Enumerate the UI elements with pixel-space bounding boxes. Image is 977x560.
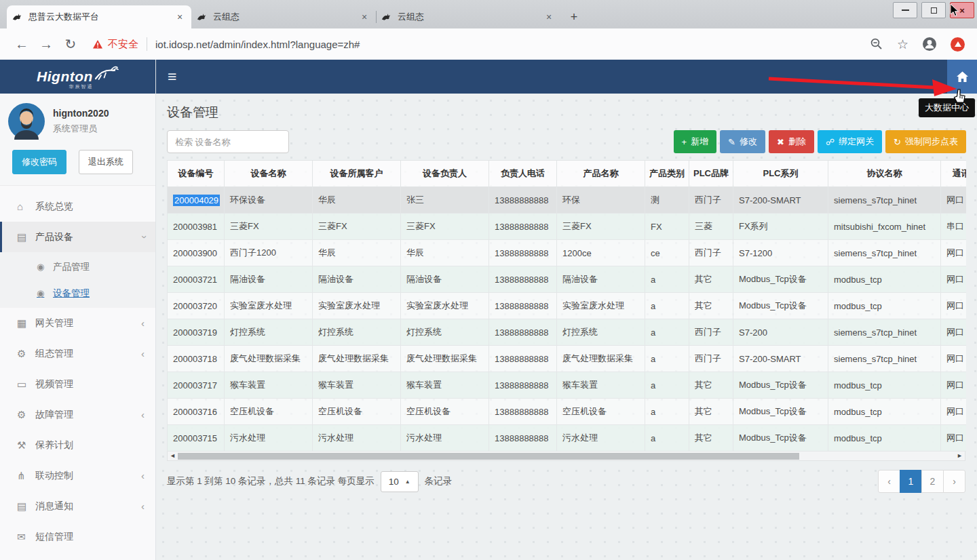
security-chip[interactable]: 不安全 xyxy=(92,38,138,51)
table-row[interactable]: 200003720实验室废水处理实验室废水处理实验室废水处理1388888888… xyxy=(168,293,967,319)
table-cell: 三菱 xyxy=(689,214,733,240)
scrollbar-thumb[interactable] xyxy=(178,453,799,460)
sidebar-item[interactable]: ▤消息通知‹ xyxy=(0,491,155,521)
scroll-left-icon[interactable]: ◄ xyxy=(168,453,178,459)
button-label: 修改 xyxy=(740,136,757,148)
table-row[interactable]: 200003719灯控系统灯控系统灯控系统13888888888灯控系统a西门子… xyxy=(168,319,967,346)
wrench-icon: ⚒ xyxy=(17,439,35,452)
table-row[interactable]: 200003900西门子1200华辰华辰138888888881200cece西… xyxy=(168,240,967,266)
delete-x-icon: ✖ xyxy=(777,137,784,147)
sidebar-item[interactable]: ▭视频管理 xyxy=(0,369,155,399)
cogs-icon: ⚙ xyxy=(17,409,35,421)
table-cell: 西门子 xyxy=(689,319,733,346)
sidebar-item[interactable]: ▦空间管理 xyxy=(0,552,155,560)
table-row[interactable]: 200003717猴车装置猴车装置猴车装置13888888888猴车装置a其它M… xyxy=(168,372,967,399)
sidebar-item[interactable]: ⋔联动控制‹ xyxy=(0,460,155,491)
browser-addressbar: ← → ↻ 不安全 iot.idosp.net/admin/index.html… xyxy=(0,28,977,60)
table-cell: Modbus_Tcp设备 xyxy=(733,266,828,293)
bookmark-star-icon[interactable]: ☆ xyxy=(897,37,908,52)
table-cell: 13888888888 xyxy=(489,266,557,293)
table-row[interactable]: 200003716空压机设备空压机设备空压机设备13888888888空压机设备… xyxy=(168,399,967,425)
sidebar-item[interactable]: ✉短信管理 xyxy=(0,521,155,552)
site-favicon-icon xyxy=(381,12,394,22)
sidebar-item-label: 组态管理 xyxy=(35,348,73,360)
scroll-right-icon[interactable]: ► xyxy=(955,453,965,459)
home-icon xyxy=(956,71,969,83)
table-cell: 环保 xyxy=(557,187,645,214)
column-header: 设备负责人 xyxy=(401,161,489,187)
add-button[interactable]: +新增 xyxy=(674,130,717,153)
scrollbar-track[interactable] xyxy=(178,453,955,460)
force-sync-button[interactable]: ↻强制同步点表 xyxy=(885,130,966,153)
profile-avatar-icon[interactable] xyxy=(922,37,937,52)
pagination-info-prefix: 显示第 1 到第 10 条记录，总共 11 条记录 每页显示 xyxy=(167,475,375,487)
tab-close-icon[interactable]: × xyxy=(358,12,370,22)
table-cell: modbus_tcp xyxy=(828,293,941,319)
table-cell: 污水处理 xyxy=(557,425,645,452)
table-row[interactable]: 200004029环保设备华辰张三13888888888环保测西门子S7-200… xyxy=(168,187,967,214)
browser-tab[interactable]: 思普云大数据平台× xyxy=(7,5,191,28)
sidebar-item[interactable]: ▦网关管理‹ xyxy=(0,308,155,338)
bind-gateway-button[interactable]: ☍绑定网关 xyxy=(818,130,882,153)
browser-tab[interactable]: 云组态× xyxy=(191,5,376,28)
tab-title: 云组态 xyxy=(209,11,358,23)
table-row[interactable]: 200003718废气处理数据采集废气处理数据采集废气处理数据采集1388888… xyxy=(168,346,967,372)
tab-close-icon[interactable]: × xyxy=(174,12,186,22)
home-button[interactable] xyxy=(947,60,977,94)
sidebar-item[interactable]: ⚒保养计划 xyxy=(0,430,155,460)
dot-circle-icon: ◉ xyxy=(37,262,53,272)
sidebar-item[interactable]: ▤产品设备‹ xyxy=(0,222,155,252)
restore-button[interactable] xyxy=(921,2,946,18)
next-page[interactable]: › xyxy=(943,470,965,493)
table-cell: 200003718 xyxy=(168,346,225,372)
sidebar-item[interactable]: ⚙故障管理‹ xyxy=(0,399,155,430)
prev-page[interactable]: ‹ xyxy=(878,470,900,493)
minimize-button[interactable] xyxy=(893,2,917,18)
browser-extension-icon[interactable] xyxy=(951,37,965,52)
edit-button[interactable]: ✎修改 xyxy=(720,130,765,153)
sidebar-item[interactable]: ⚙组态管理‹ xyxy=(0,338,155,369)
horizontal-scrollbar[interactable]: ◄ ► xyxy=(167,452,965,461)
page-size-select[interactable]: 10 ▲ xyxy=(381,471,419,492)
change-password-button[interactable]: 修改密码 xyxy=(12,150,66,174)
zoom-out-icon[interactable] xyxy=(870,37,883,51)
table-cell: FX xyxy=(645,214,689,240)
page-1[interactable]: 1 xyxy=(900,470,922,493)
sidebar-subitem[interactable]: ◉设备管理 xyxy=(0,280,155,306)
envelope-icon: ✉ xyxy=(17,531,35,543)
menu-toggle-button[interactable]: ≡ xyxy=(168,69,176,85)
page-2[interactable]: 2 xyxy=(921,470,944,493)
page-title: 设备管理 xyxy=(167,104,966,121)
logout-button[interactable]: 退出系统 xyxy=(79,150,133,174)
new-tab-button[interactable]: + xyxy=(564,7,583,26)
button-label: 绑定网关 xyxy=(839,136,874,148)
table-cell: 猴车装置 xyxy=(557,372,645,399)
sidebar-subitem[interactable]: ◉产品管理 xyxy=(0,254,155,280)
table-row[interactable]: 200003981三菱FX三菱FX三菱FX13888888888三菱FXFX三菱… xyxy=(168,214,967,240)
sidebar-item[interactable]: ⌂系统总览 xyxy=(0,191,155,222)
tab-strip: 思普云大数据平台×云组态×云组态× xyxy=(7,5,560,28)
sidebar-subitem-label: 设备管理 xyxy=(53,287,90,300)
sitemap-icon: ⋔ xyxy=(17,470,35,482)
table-row[interactable]: 200003715污水处理污水处理污水处理13888888888污水处理a其它M… xyxy=(168,425,967,452)
forward-button[interactable]: → xyxy=(34,37,58,52)
table-cell: 西门子 xyxy=(689,346,733,372)
reload-button[interactable]: ↻ xyxy=(58,36,83,52)
tab-close-icon[interactable]: × xyxy=(543,12,555,22)
search-input[interactable] xyxy=(167,130,289,153)
sidebar-submenu: ◉产品管理◉设备管理 xyxy=(0,252,155,308)
avatar xyxy=(8,103,45,140)
table-cell: S7-1200 xyxy=(733,240,828,266)
table-cell: a xyxy=(645,293,689,319)
back-button[interactable]: ← xyxy=(9,37,34,52)
url-text[interactable]: iot.idosp.net/admin/index.html?language=… xyxy=(155,39,870,50)
table-row[interactable]: 200003721隔油设备隔油设备隔油设备13888888888隔油设备a其它M… xyxy=(168,266,967,293)
table-cell: Modbus_Tcp设备 xyxy=(733,425,828,452)
dot-circle-icon: ◉ xyxy=(37,288,53,298)
table-cell: 隔油设备 xyxy=(401,266,489,293)
browser-tab[interactable]: 云组态× xyxy=(376,5,560,28)
delete-button[interactable]: ✖删除 xyxy=(769,130,814,153)
book-icon: ▤ xyxy=(17,231,35,243)
close-button[interactable]: × xyxy=(950,2,974,18)
table-cell: 网口 xyxy=(941,240,967,266)
